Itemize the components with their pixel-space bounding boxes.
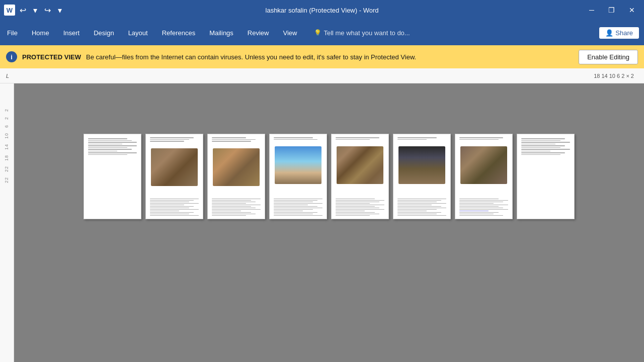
- page-7-image: [460, 146, 507, 184]
- lightbulb-icon: 💡: [314, 29, 321, 36]
- page-3-text: [212, 199, 261, 216]
- page-2-text: [150, 199, 199, 216]
- page-thumb-7[interactable]: [455, 134, 513, 219]
- redo-button[interactable]: ↪: [42, 5, 53, 16]
- ruler-num-8: 22: [5, 177, 9, 183]
- page-thumb-5[interactable]: [331, 134, 389, 219]
- page-thumb-3[interactable]: [207, 134, 265, 219]
- tab-home[interactable]: Home: [25, 20, 56, 45]
- share-button[interactable]: 👤 Share: [599, 27, 639, 39]
- ribbon: File Home Insert Design Layout Reference…: [0, 20, 644, 45]
- horizontal-ruler: L 18 14 10 6 2 × 2: [0, 68, 644, 83]
- ruler-num-7: 22: [5, 166, 9, 172]
- enable-editing-button[interactable]: Enable Editing: [579, 50, 638, 64]
- page-3-image: [213, 148, 260, 186]
- page-4-text: [274, 199, 323, 216]
- protected-view-label: PROTECTED VIEW: [22, 53, 81, 61]
- undo-dropdown[interactable]: ▾: [31, 5, 40, 16]
- main-content: [14, 83, 644, 362]
- tab-view[interactable]: View: [276, 20, 304, 45]
- document-title: lashkar sofalin (Protected View) - Word: [266, 7, 379, 14]
- page-5-image: [337, 146, 383, 184]
- ruler-numbers: 18 14 10 6 2 × 2: [594, 73, 634, 79]
- ruler-l-marker: L: [6, 73, 9, 79]
- page-6-image: [398, 146, 445, 184]
- vertical-ruler: 2 2 6 10 14 18 22 22: [0, 83, 14, 362]
- tab-design[interactable]: Design: [87, 20, 121, 45]
- page-thumb-1[interactable]: [84, 134, 141, 219]
- tab-mailings[interactable]: Mailings: [202, 20, 240, 45]
- word-icon: W: [4, 5, 15, 16]
- title-bar-right: ─ ❐ ✕: [584, 4, 640, 16]
- share-label: Share: [615, 29, 633, 37]
- tab-review[interactable]: Review: [240, 20, 276, 45]
- ruler-num-6: 18: [5, 155, 9, 161]
- restore-button[interactable]: ❐: [603, 4, 620, 16]
- ruler-num-2: 2: [5, 117, 9, 120]
- close-button[interactable]: ✕: [624, 4, 640, 16]
- protected-icon: i: [6, 51, 17, 62]
- ruler-num-5: 14: [5, 144, 9, 150]
- title-bar: W ↩ ▾ ↪ ▾ lashkar sofalin (Protected Vie…: [0, 0, 644, 20]
- person-icon: 👤: [605, 29, 613, 37]
- document-area: 2 2 6 10 14 18 22 22: [0, 83, 644, 362]
- page-5-text: [336, 199, 384, 216]
- tab-file[interactable]: File: [0, 20, 25, 45]
- page-2-image: [151, 148, 198, 186]
- page-thumb-8[interactable]: [517, 134, 575, 219]
- customize-quick-access[interactable]: ▾: [55, 5, 64, 16]
- title-bar-left: W ↩ ▾ ↪ ▾: [4, 5, 64, 16]
- undo-button[interactable]: ↩: [17, 5, 29, 16]
- page-thumb-6[interactable]: [393, 134, 451, 219]
- page-1-content: [88, 138, 137, 155]
- pages-strip: [84, 134, 575, 219]
- page-thumb-4[interactable]: [269, 134, 327, 219]
- page-7-text: [459, 199, 508, 216]
- protected-view-bar: i PROTECTED VIEW Be careful—files from t…: [0, 45, 644, 68]
- ribbon-search[interactable]: 💡 Tell me what you want to do...: [314, 20, 410, 45]
- search-text: Tell me what you want to do...: [324, 29, 410, 37]
- minimize-button[interactable]: ─: [584, 4, 599, 16]
- ribbon-right: 👤 Share: [599, 20, 644, 45]
- tab-layout[interactable]: Layout: [121, 20, 155, 45]
- tab-insert[interactable]: Insert: [56, 20, 87, 45]
- ruler-num-4: 10: [5, 133, 9, 139]
- page-8-content: [521, 138, 570, 155]
- page-6-text: [397, 199, 446, 216]
- ruler-num-1: 2: [5, 109, 9, 112]
- page-4-image: [275, 146, 321, 184]
- ruler-num-3: 6: [5, 125, 9, 128]
- page-thumb-2[interactable]: [145, 134, 203, 219]
- protected-view-message: Be careful—files from the Internet can c…: [86, 53, 574, 61]
- tab-references[interactable]: References: [155, 20, 202, 45]
